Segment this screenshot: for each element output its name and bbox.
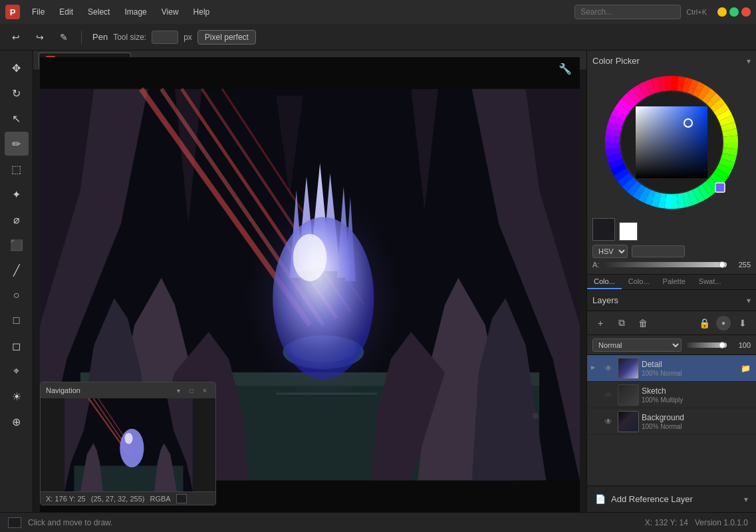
alpha-slider[interactable] <box>603 262 727 267</box>
color-picker-header: Color Picker ▾ <box>592 56 751 66</box>
menu-view[interactable]: View <box>155 5 186 19</box>
color-wheel-container[interactable] <box>600 71 743 214</box>
layer-item-background[interactable]: 👁 Background 100% Normal <box>587 408 756 435</box>
nav-close-button[interactable]: × <box>199 385 210 396</box>
minimize-button[interactable]: − <box>717 7 727 17</box>
svg-point-34 <box>293 234 327 281</box>
menu-image[interactable]: Image <box>118 5 153 19</box>
blend-mode-select[interactable]: Normal Multiply Screen Overlay <box>592 338 682 352</box>
menu-file[interactable]: File <box>25 5 51 19</box>
search-input[interactable] <box>574 5 681 19</box>
layer-meta-sketch: 100% Multiply <box>642 396 752 404</box>
layer-meta-detail: 100% Normal <box>642 370 736 377</box>
status-coords: X: 132 Y: 14 <box>645 518 688 527</box>
add-reference-layer-button[interactable]: 📄 Add Reference Layer ▾ <box>587 485 756 512</box>
tool-size-input[interactable]: 1 <box>152 31 178 44</box>
pixel-perfect-button[interactable]: Pixel perfect <box>197 30 256 45</box>
layers-toolbar: + ⧉ 🗑 🔒 ● ⬇ <box>587 311 756 335</box>
layer-name-detail: Detail <box>642 360 736 369</box>
zoom-tool[interactable]: ⊕ <box>5 410 29 434</box>
rgba-values: (25, 27, 32, 255) <box>91 495 145 503</box>
mask-layer-button[interactable]: ● <box>716 316 731 331</box>
lasso-tool[interactable]: ⌀ <box>5 207 29 231</box>
hex-color-input[interactable]: #FF191B20 <box>632 245 685 257</box>
menu-edit[interactable]: Edit <box>53 5 80 19</box>
color-wheel-svg[interactable] <box>600 71 743 214</box>
svg-point-50 <box>124 433 132 444</box>
rotate-tool[interactable]: ↻ <box>5 81 29 105</box>
bucket-tool[interactable]: ⬛ <box>5 233 29 257</box>
delete-layer-button[interactable]: 🗑 <box>634 314 652 332</box>
tab-palette[interactable]: Palette <box>656 275 692 289</box>
tool-px-label: px <box>184 33 192 42</box>
toolbar-separator <box>81 31 82 44</box>
brightness-tool[interactable]: ☀ <box>5 384 29 408</box>
layers-header: Layers ▾ <box>587 290 756 311</box>
layer-expand-icon-bg <box>591 418 599 426</box>
redo-button[interactable]: ↪ <box>31 28 49 47</box>
layers-expand-icon[interactable]: ▾ <box>747 296 751 305</box>
eyedropper-tool[interactable]: ⌖ <box>5 359 29 383</box>
svg-point-33 <box>243 190 405 406</box>
select-tool[interactable]: ↖ <box>5 106 29 130</box>
svg-point-49 <box>120 429 144 467</box>
layer-visibility-background[interactable]: 👁 <box>602 415 615 428</box>
menu-select[interactable]: Select <box>81 5 116 19</box>
line-tool[interactable]: ╱ <box>5 258 29 282</box>
layer-item-sketch[interactable]: 👁 Sketch 100% Multiply <box>587 382 756 408</box>
secondary-color-swatch[interactable] <box>619 222 638 241</box>
canvas-area[interactable]: GlowingBall.pixi × ⚙ <box>33 51 586 512</box>
marquee-tool[interactable]: ⬚ <box>5 157 29 181</box>
main-area: ✥ ↻ ↖ ✏ ⬚ ✦ ⌀ ⬛ ╱ ○ □ ◻ ⌖ ☀ ⊕ GlowingBal… <box>0 51 756 512</box>
menu-help[interactable]: Help <box>187 5 217 19</box>
svg-rect-55 <box>715 183 725 192</box>
ellipse-tool[interactable]: ○ <box>5 283 29 307</box>
layer-item-detail[interactable]: ▶ 👁 Detail 100% Normal 📁 <box>587 355 756 382</box>
add-ref-expand-icon[interactable]: ▾ <box>744 495 748 504</box>
svg-rect-39 <box>527 410 533 416</box>
tab-color1[interactable]: Colo... <box>587 275 622 289</box>
magic-wand-tool[interactable]: ✦ <box>5 182 29 206</box>
add-ref-icon: 📄 <box>595 494 606 504</box>
merge-layer-button[interactable]: ⬇ <box>733 314 752 332</box>
color-mode-select[interactable]: HSV <box>592 245 628 258</box>
nav-titlebar: Navigation ▾ □ × <box>41 382 215 398</box>
eraser-tool[interactable]: ◻ <box>5 334 29 358</box>
nav-dropdown-button[interactable]: ▾ <box>173 385 184 396</box>
edit-button[interactable]: ✎ <box>55 28 73 47</box>
layers-section: Layers ▾ + ⧉ 🗑 🔒 ● ⬇ Normal Multiply Scr… <box>587 290 756 512</box>
alpha-thumb[interactable] <box>719 261 725 268</box>
layer-thumb-detail <box>618 358 639 379</box>
tool-label: Pen <box>92 32 108 42</box>
canvas-wrench-icon[interactable]: 🔧 <box>559 63 572 75</box>
alpha-value: 255 <box>731 261 751 269</box>
tab-swatches[interactable]: Swat... <box>692 275 728 289</box>
opacity-thumb[interactable] <box>719 342 725 348</box>
nav-maximize-button[interactable]: □ <box>186 385 197 396</box>
rectangle-tool[interactable]: □ <box>5 309 29 332</box>
tab-color2[interactable]: Colo... <box>622 275 656 289</box>
duplicate-layer-button[interactable]: ⧉ <box>612 314 631 332</box>
rgba-color-swatch <box>176 494 187 503</box>
layer-expand-icon[interactable]: ▶ <box>591 364 599 372</box>
rgba-label: RGBA <box>150 495 170 503</box>
svg-rect-38 <box>533 413 538 418</box>
opacity-value: 100 <box>732 341 751 349</box>
opacity-slider[interactable] <box>687 342 727 348</box>
color-picker-expand-icon[interactable]: ▾ <box>747 57 751 66</box>
close-button[interactable]: × <box>741 7 751 17</box>
canvas-viewport[interactable]: 🔧 Navigation ▾ □ × <box>33 51 586 512</box>
move-tool[interactable]: ✥ <box>5 56 29 80</box>
status-bar: Click and move to draw. X: 132 Y: 14 Ver… <box>0 512 756 532</box>
pen-tool[interactable]: ✏ <box>5 132 29 156</box>
status-version: Version 1.0.1.0 <box>695 518 748 527</box>
layer-folder-detail[interactable]: 📁 <box>739 362 752 375</box>
status-cursor-label: Click and move to draw. <box>28 518 112 527</box>
lock-layer-button[interactable]: 🔒 <box>695 314 713 332</box>
maximize-button[interactable]: □ <box>729 7 739 17</box>
layer-visibility-detail[interactable]: 👁 <box>602 362 615 375</box>
layer-visibility-sketch[interactable]: 👁 <box>602 388 615 402</box>
undo-button[interactable]: ↩ <box>7 28 25 47</box>
add-layer-button[interactable]: + <box>591 314 610 332</box>
primary-color-swatch[interactable] <box>592 218 615 241</box>
